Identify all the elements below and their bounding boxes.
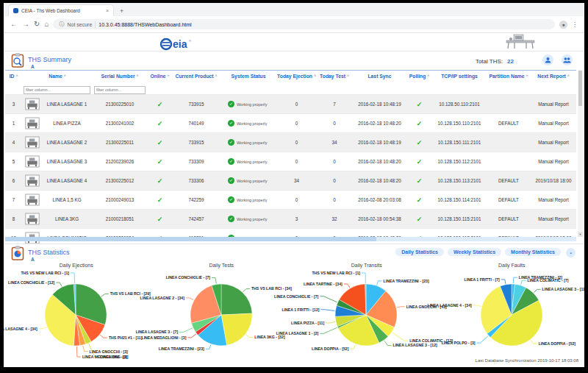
summary-anchor-link[interactable]: A (31, 64, 35, 69)
monthly-statistics-button[interactable]: Monthly Statistics (505, 248, 561, 256)
status-ok-icon: ✓ (228, 196, 234, 203)
filter-input-serial-number[interactable] (94, 86, 146, 94)
cell-polling: ✓ (406, 152, 432, 171)
sort-caret-icon[interactable]: ^ (168, 74, 170, 78)
filter-cell (220, 81, 277, 95)
table-row[interactable]: 7LINEA 1,5 KG21000249013✓742259✓Working … (5, 191, 576, 210)
column-label: Name (49, 74, 62, 79)
online-check-icon: ✓ (157, 196, 163, 204)
profile-avatar[interactable]: ● (559, 21, 567, 29)
scroll-down-arrow-icon[interactable]: ▼ (578, 232, 583, 237)
column-header-last-sync[interactable]: Last Sync (353, 71, 406, 82)
label-leader-line (476, 336, 487, 343)
cell-partition: DEFAULT (487, 191, 531, 210)
polling-check-icon: ✓ (417, 177, 423, 185)
column-header-tcp-ip-settings[interactable]: TCP/IP settings (432, 71, 487, 82)
sort-caret-icon[interactable]: ^ (347, 74, 349, 78)
reload-icon[interactable]: ↻ (34, 21, 40, 28)
horizontal-scrollbar[interactable] (5, 237, 576, 241)
label-leader-line (321, 310, 335, 311)
column-header-system-status[interactable]: System Status (220, 71, 277, 82)
forward-icon[interactable]: → (22, 21, 29, 28)
vertical-scrollbar[interactable]: ▼ (578, 70, 583, 237)
column-label: Online (150, 74, 165, 79)
slice-label: LINEA GNOCCHI - [3] (90, 349, 129, 354)
table-row[interactable]: 1LINEA PIZZA21300241002✓740149✓Working p… (5, 114, 576, 133)
sort-caret-icon[interactable]: ^ (526, 74, 528, 78)
table-row[interactable]: 5LINEA LASAGNE 321200239026✓733309✓Worki… (5, 152, 576, 171)
statistics-anchor-link[interactable]: A (31, 257, 35, 262)
sort-caret-icon[interactable]: ^ (64, 74, 66, 78)
info-icon[interactable]: ⓘ (59, 21, 64, 28)
column-header-name[interactable]: Name^ (22, 71, 93, 82)
slice-label: LINEA DOPPIA - [52] (538, 341, 576, 346)
online-check-icon: ✓ (157, 158, 163, 166)
cell-system-status: ✓Working properly (220, 191, 277, 210)
slice-label: LINEA TRAMEZZINI - [23] (384, 279, 429, 283)
label-leader-line (57, 283, 62, 286)
browser-menu-icon[interactable]: ⋮ (572, 21, 578, 28)
sort-caret-icon[interactable]: ^ (215, 74, 218, 78)
statistics-more-button[interactable]: ▪ (566, 248, 576, 257)
column-header-next-report[interactable]: Next Report^ (531, 71, 576, 82)
table-row[interactable]: 3LINEA LASAGNE 121300225010✓733915✓Worki… (5, 95, 576, 114)
sort-caret-icon[interactable]: ^ (427, 74, 429, 78)
weekly-statistics-button[interactable]: Weekly Statistics (448, 248, 501, 256)
label-leader-line (351, 345, 356, 349)
sort-caret-icon[interactable]: ^ (137, 74, 139, 78)
status-text: Working properly (237, 121, 267, 126)
svg-text:®: ® (189, 39, 191, 43)
back-icon[interactable]: ← (10, 21, 18, 28)
label-leader-line (344, 284, 350, 288)
slice-label: LINEA POLPO - [3] (441, 341, 475, 345)
sort-caret-icon[interactable]: ^ (314, 74, 316, 78)
sort-caret-icon[interactable]: ^ (15, 74, 18, 78)
user-button[interactable] (542, 54, 553, 65)
table-row[interactable]: 8LINEA 3KG21000218051✓742457✓Working pro… (5, 210, 576, 229)
pie-charts-row: Daily EjectionsTHS VS LAB RCI - [29]THS … (4, 263, 584, 362)
user-icon (545, 57, 551, 63)
cell-online: ✓ (147, 152, 173, 171)
tab-close-icon[interactable]: × (106, 8, 109, 13)
cell-today-test: 0 (316, 191, 353, 210)
column-header-polling[interactable]: Polling^ (406, 71, 432, 82)
table-row[interactable]: 6LINEA LASAGNE 421300225012✓733306✓Worki… (5, 171, 576, 191)
label-leader-line (326, 322, 335, 323)
filter-input-name[interactable] (24, 86, 90, 94)
users-button[interactable] (562, 54, 573, 65)
daily-statistics-button[interactable]: Daily Statistics (395, 248, 444, 256)
table-row[interactable]: 4LINEA LASAGNE 221300225011✓733915✓Worki… (5, 133, 576, 152)
new-tab-button[interactable]: + (120, 7, 123, 15)
column-header-today-ejection[interactable]: Today Ejection^ (277, 71, 316, 82)
sort-caret-icon[interactable]: ^ (567, 74, 570, 78)
vertical-scrollbar-thumb[interactable] (578, 71, 582, 106)
users-icon (563, 57, 571, 63)
browser-tab[interactable]: CEIA - Ths Web Dashboard × (8, 4, 114, 16)
cell-serial: 21300225010 (93, 95, 147, 114)
label-leader-line (362, 273, 365, 283)
column-header-serial-number[interactable]: Serial Number^ (93, 71, 147, 82)
pie-chart-daily-tests: Daily TestsTHS VS LAB RCI - [34]LINEA 3K… (149, 263, 295, 362)
cell-current-product: 733915 (173, 95, 220, 114)
url-field[interactable]: ⓘ Not secure 10.3.0.45:8888/THSWebDashbo… (53, 19, 555, 29)
cell-today-test: 0 (316, 171, 353, 191)
cell-today-test: 34 (316, 133, 353, 152)
tab-title: CEIA - Ths Web Dashboard (21, 8, 80, 13)
column-header-online[interactable]: Online^ (147, 71, 173, 82)
cell-online: ✓ (147, 133, 173, 152)
table-header-row: ID^Name^Serial Number^Online^Current Pro… (5, 71, 576, 82)
column-header-current-product[interactable]: Current Product^ (173, 71, 220, 82)
home-icon[interactable]: ⌂ (44, 21, 49, 28)
online-check-icon: ✓ (157, 177, 163, 185)
tab-strip: CEIA - Ths Web Dashboard × + (4, 3, 584, 16)
statistics-title: THS Statistics (28, 249, 70, 256)
horizontal-scrollbar-thumb[interactable] (5, 237, 376, 241)
column-header-partition-name[interactable]: Partition Name^ (487, 71, 531, 82)
cell-online: ✓ (147, 191, 173, 210)
cell-polling: ✓ (406, 133, 432, 152)
cell-serial: 21300241002 (93, 114, 147, 133)
machine-thumbnail (25, 193, 40, 206)
column-header-id[interactable]: ID^ (5, 71, 22, 82)
column-header-today-test[interactable]: Today Test^ (316, 71, 353, 82)
label-leader-line (245, 335, 253, 338)
